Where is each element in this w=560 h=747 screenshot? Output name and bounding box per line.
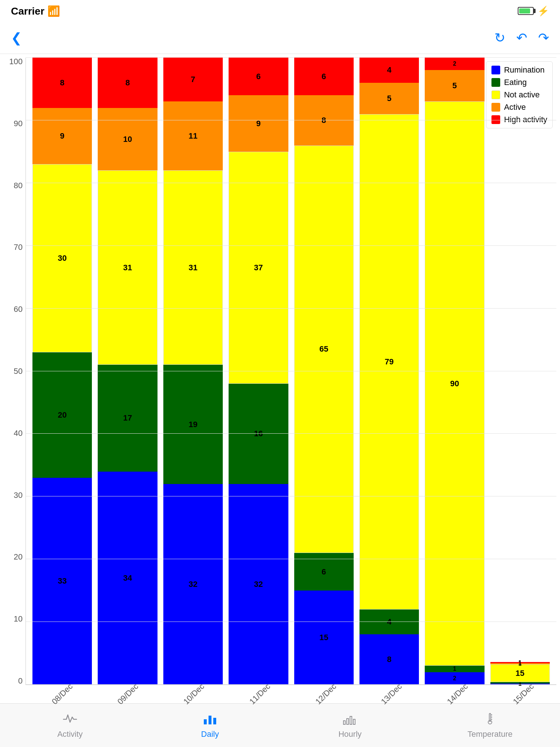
bar-stack: 1566586 — [294, 58, 354, 685]
bar-segment-highActivity: 8 — [98, 58, 157, 108]
grid-line — [26, 183, 556, 183]
bar-segment-active: 11 — [163, 101, 223, 170]
daily-tab-icon — [203, 712, 217, 727]
bar-value-label: 5 — [452, 82, 457, 90]
bar-value-label: 8 — [387, 655, 391, 663]
grid-line — [26, 245, 556, 246]
bar-value-label: 8 — [125, 79, 130, 87]
bar-segment-eating: 20 — [32, 352, 92, 478]
carrier-label: Carrier 📶 — [11, 5, 60, 17]
back-button[interactable]: ❮ — [11, 30, 24, 46]
bar-group: 111511 — [487, 58, 553, 685]
bar-segment-eating: 1 — [425, 666, 484, 672]
temperature-tab-icon — [483, 712, 497, 727]
y-axis-label: 0 — [4, 677, 26, 685]
x-axis-label: 15/Dec — [511, 682, 536, 707]
chart-body: RuminationEatingNot activeActiveHigh act… — [26, 58, 556, 703]
bar-segment-active: 5 — [359, 83, 419, 114]
chart-plot: RuminationEatingNot activeActiveHigh act… — [26, 58, 556, 685]
bar-stack: 321931117 — [163, 58, 223, 685]
x-label-group: 12/Dec — [293, 685, 359, 703]
x-label-group: 10/Dec — [161, 685, 227, 703]
x-axis-label: 14/Dec — [445, 682, 470, 707]
bar-segment-notActive: 79 — [359, 114, 419, 609]
bar-segment-highActivity: 6 — [294, 58, 354, 95]
undo-icon[interactable]: ↶ — [516, 30, 527, 46]
bar-segment-rumination: 2 — [425, 672, 484, 685]
x-label-group: 08/Dec — [29, 685, 95, 703]
tab-hourly[interactable]: Hourly — [314, 712, 386, 739]
battery-icon — [518, 7, 534, 15]
nav-bar: ❮ ↻ ↶ ↷ — [0, 22, 560, 54]
bar-segment-rumination: 33 — [32, 478, 92, 685]
daily-tab-label: Daily — [201, 729, 219, 739]
bar-group: 32163796 — [226, 58, 291, 685]
bar-segment-highActivity: 7 — [163, 58, 223, 101]
bar-value-label: 37 — [254, 264, 263, 272]
bar-group: 321931117 — [160, 58, 226, 685]
grid-line — [26, 622, 556, 622]
bar-value-label: 9 — [60, 132, 65, 140]
bar-segment-notActive: 31 — [163, 170, 223, 365]
bar-segment-highActivity: 6 — [229, 58, 288, 95]
chevron-left-icon: ❮ — [11, 30, 22, 46]
tab-temperature[interactable]: Temperature — [454, 712, 526, 739]
bar-segment-active: 9 — [32, 108, 92, 165]
bar-segment-rumination: 15 — [294, 591, 354, 685]
grid-line — [26, 684, 556, 685]
grid-line — [26, 433, 556, 434]
bar-value-label: 31 — [123, 264, 132, 272]
bar-segment-rumination: 34 — [98, 472, 157, 685]
bar-value-label: 32 — [254, 580, 263, 588]
tab-daily[interactable]: Daily — [174, 712, 246, 739]
chart-inner: 0102030405060708090100 RuminationEatingN… — [4, 58, 556, 703]
svg-rect-6 — [353, 719, 355, 724]
bar-segment-rumination: 32 — [229, 484, 288, 685]
bar-value-label: 15 — [319, 634, 328, 642]
bar-value-label: 33 — [58, 577, 66, 585]
refresh-icon[interactable]: ↻ — [494, 30, 505, 46]
y-axis-label: 50 — [4, 367, 26, 375]
svg-rect-4 — [347, 719, 349, 724]
bar-value-label: 16 — [254, 430, 263, 438]
bar-segment-notActive: 15 — [490, 664, 550, 682]
y-axis: 0102030405060708090100 — [4, 58, 26, 703]
bar-stack: 111511 — [490, 565, 550, 685]
x-label-group: 11/Dec — [227, 685, 293, 703]
x-axis-label: 08/Dec — [50, 682, 75, 707]
x-axis-label: 10/Dec — [182, 682, 206, 707]
bar-value-label: 2 — [453, 61, 456, 67]
bar-value-label: 4 — [387, 618, 391, 626]
battery-area: ⚡ — [514, 5, 549, 17]
bar-value-label: 6 — [322, 568, 326, 576]
svg-rect-1 — [209, 716, 211, 724]
bar-value-label: 19 — [188, 421, 197, 429]
tab-activity[interactable]: Activity — [34, 712, 106, 739]
y-axis-label: 90 — [4, 120, 26, 128]
bar-value-label: 8 — [322, 116, 326, 124]
grid-line — [26, 57, 556, 58]
bar-value-label: 79 — [385, 358, 393, 366]
svg-rect-2 — [213, 718, 216, 724]
bar-segment-rumination: 32 — [163, 484, 223, 685]
bar-segment-highActivity: 1 — [490, 662, 550, 663]
y-axis-label: 40 — [4, 429, 26, 437]
bar-value-label: 1 — [518, 660, 522, 666]
activity-tab-label: Activity — [57, 729, 83, 739]
x-label-group: 14/Dec — [425, 685, 491, 703]
grid-line — [26, 559, 556, 559]
x-labels: 08/Dec09/Dec10/Dec11/Dec12/Dec13/Dec14/D… — [26, 685, 556, 703]
bar-value-label: 9 — [256, 120, 261, 128]
bar-segment-eating: 1 — [490, 682, 550, 683]
bar-group: 33203098 — [30, 58, 95, 685]
redo-icon[interactable]: ↷ — [538, 30, 549, 46]
activity-tab-icon — [63, 712, 77, 727]
grid-line — [26, 120, 556, 120]
bar-segment-notActive: 90 — [425, 101, 484, 666]
bar-value-label: 7 — [191, 76, 195, 84]
grid-line — [26, 496, 556, 496]
bar-value-label: 30 — [58, 254, 66, 262]
status-bar: Carrier 📶 ⚡ — [0, 0, 560, 22]
y-axis-label: 70 — [4, 243, 26, 251]
bar-segment-highActivity: 8 — [32, 58, 92, 108]
